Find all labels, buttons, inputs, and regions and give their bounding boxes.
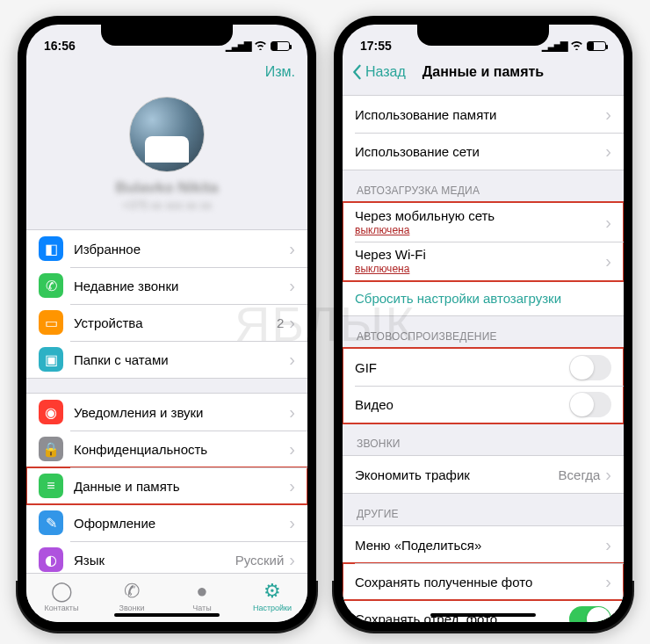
profile-name: Bulavko Nikita (26, 179, 307, 197)
row-memory-usage[interactable]: Использование памяти › (343, 96, 624, 133)
row-save-traffic[interactable]: Экономить трафик Всегда › (343, 456, 624, 493)
phone-left: 16:56 ▁▃▅▇ Изм. Bulavko Nikita +375 xx x… (18, 16, 316, 631)
row-folders[interactable]: ▣ Папки с чатами › (26, 341, 307, 378)
row-label: Сохранять полученные фото (355, 575, 605, 590)
back-button[interactable]: Назад (351, 64, 406, 80)
row-label: Видео (355, 397, 569, 412)
row-privacy[interactable]: 🔒 Конфиденциальность › (26, 431, 307, 467)
battery-icon (587, 41, 606, 51)
row-recent-calls[interactable]: ✆ Недавние звонки › (26, 267, 307, 304)
row-label: Меню «Поделиться» (355, 538, 605, 553)
bell-icon: ◉ (39, 400, 63, 424)
chevron-left-icon (351, 64, 362, 80)
chevron-icon: › (289, 513, 295, 533)
row-label: Использование сети (355, 144, 605, 159)
row-video[interactable]: Видео (343, 386, 624, 423)
home-indicator[interactable] (430, 613, 536, 617)
row-value: 2 (277, 315, 284, 330)
section-other: ДРУГИЕ (343, 494, 624, 525)
brush-icon: ✎ (39, 510, 63, 535)
row-label: Данные и память (74, 479, 289, 494)
chevron-icon: › (289, 239, 295, 259)
row-value: Русский (235, 553, 285, 568)
row-sublabel: выключена (355, 263, 605, 275)
row-network-usage[interactable]: Использование сети › (343, 133, 624, 170)
row-gif[interactable]: GIF (343, 349, 624, 386)
chevron-icon: › (605, 213, 611, 233)
home-indicator[interactable] (114, 613, 220, 617)
phone-icon: ✆ (124, 581, 140, 602)
toggle-video[interactable] (569, 392, 611, 417)
toggle-save-edited[interactable] (569, 606, 611, 623)
row-mobile-data[interactable]: Через мобильную сеть выключена › (343, 203, 624, 242)
row-value: Всегда (559, 467, 601, 482)
phone-icon: ✆ (39, 273, 63, 298)
wifi-icon (254, 39, 267, 53)
chevron-icon: › (289, 402, 295, 423)
row-save-edited[interactable]: Сохранять отред. фото (343, 600, 624, 622)
row-label: Использование памяти (355, 107, 605, 122)
section-calls: ЗВОНКИ (343, 423, 624, 455)
tab-settings[interactable]: ⚙ Настройки (237, 581, 307, 612)
row-data-storage[interactable]: ≡ Данные и память › (26, 467, 307, 504)
toggle-gif[interactable] (569, 355, 611, 380)
row-save-photos[interactable]: Сохранять полученные фото › (343, 563, 624, 600)
row-label: Недавние звонки (74, 279, 289, 293)
row-label: Экономить трафик (355, 467, 559, 482)
row-label: Оформление (74, 516, 289, 531)
bookmark-icon: ◧ (39, 236, 63, 261)
chevron-icon: › (289, 313, 295, 333)
tab-label: Чаты (192, 604, 211, 612)
notch (101, 23, 233, 46)
phone-right: 17:55 ▁▃▅▇ Назад Данные и память Использ… (334, 16, 632, 631)
chevron-icon: › (289, 276, 295, 296)
tab-chats[interactable]: ● Чаты (167, 581, 237, 612)
row-label: Папки с чатами (74, 352, 289, 367)
row-wifi[interactable]: Через Wi-Fi выключена › (343, 242, 624, 280)
chevron-icon: › (289, 550, 295, 570)
row-share-menu[interactable]: Меню «Поделиться» › (343, 526, 624, 563)
tab-calls[interactable]: ✆ Звонки (97, 581, 167, 612)
row-appearance[interactable]: ✎ Оформление › (26, 504, 307, 541)
page-title: Данные и память (422, 64, 544, 80)
chat-icon: ● (196, 581, 207, 602)
navbar: Изм. (26, 54, 307, 90)
database-icon: ≡ (39, 474, 63, 498)
row-label: Язык (74, 553, 235, 568)
tab-label: Звонки (119, 604, 144, 612)
row-language[interactable]: ◐ Язык Русский › (26, 541, 307, 573)
folder-icon: ▣ (39, 347, 63, 372)
reset-autoload-button[interactable]: Сбросить настройки автозагрузки (343, 281, 624, 316)
row-label: Через Wi-Fi (355, 247, 605, 262)
battery-icon (271, 41, 290, 51)
row-notifications[interactable]: ◉ Уведомления и звуки › (26, 394, 307, 431)
notch (417, 23, 549, 46)
chevron-icon: › (605, 535, 611, 555)
tab-contacts[interactable]: ◯ Контакты (26, 581, 97, 612)
signal-icon: ▁▃▅▇ (542, 40, 567, 52)
profile-header[interactable]: Bulavko Nikita +375 xx xxx xx xx (26, 90, 307, 224)
gear-icon: ⚙ (264, 581, 281, 602)
avatar[interactable] (129, 97, 205, 172)
row-favorites[interactable]: ◧ Избранное › (26, 230, 307, 267)
tab-label: Контакты (45, 604, 79, 612)
profile-phone: +375 xx xxx xx xx (26, 199, 307, 212)
section-autoload: АВТОЗАГРУЗКА МЕДИА (343, 170, 624, 202)
chevron-icon: › (605, 572, 611, 592)
status-time: 16:56 (44, 39, 76, 53)
globe-icon: ◐ (39, 547, 63, 572)
row-label: Устройства (74, 315, 277, 330)
devices-icon: ▭ (39, 310, 63, 335)
section-autoplay: АВТОВОСПРОИЗВЕДЕНИЕ (343, 316, 624, 348)
status-time: 17:55 (360, 39, 392, 53)
row-devices[interactable]: ▭ Устройства 2 › (26, 304, 307, 341)
lock-icon: 🔒 (39, 437, 63, 461)
edit-button[interactable]: Изм. (265, 64, 295, 80)
row-label: Конфиденциальность (74, 442, 289, 457)
row-label: GIF (355, 360, 569, 375)
wifi-icon (570, 39, 583, 53)
contact-icon: ◯ (51, 581, 73, 602)
chevron-icon: › (605, 465, 611, 485)
row-label: Уведомления и звуки (74, 405, 289, 420)
chevron-icon: › (605, 251, 611, 271)
